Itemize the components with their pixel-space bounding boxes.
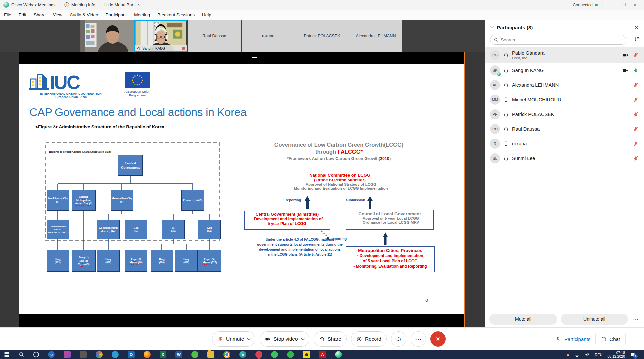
participant-tile-patrick[interactable]: Patrick POLACSEK [295,20,349,52]
whatsapp-icon[interactable] [287,351,294,358]
kakaotalk-icon[interactable] [303,351,310,358]
show-desktop-button[interactable] [642,351,642,358]
participants-toggle-button[interactable]: Participants [551,331,595,347]
panel-close-icon[interactable]: ✕ [634,24,639,31]
participant-name: Patrick POLACSEK [512,112,554,117]
meeting-info-button[interactable]: ⓘ Meeting Info [64,2,95,8]
outlook-icon[interactable]: O [128,351,135,358]
webex-logo-icon [3,2,9,8]
participant-row-alexandra[interactable]: AL Alexandra LEHMANN [485,78,644,92]
mic-muted-icon [633,126,639,132]
android-app-icon[interactable] [271,351,278,358]
mic-muted-icon [633,156,639,161]
participant-row-raul[interactable]: RD Raul Daussa [485,122,644,136]
tray-chevron-up-icon[interactable]: ∧ [566,352,569,357]
iuc-acronym: IUC [50,75,79,90]
chrome-icon[interactable] [223,351,230,358]
menu-view[interactable]: View [53,12,62,17]
mobile-phone-icon [503,141,509,146]
video-thumbnail-sang-in-kang-active[interactable]: Sang In KANG [134,20,187,52]
participant-row-sunmi[interactable]: SL Sunmi Lee [485,151,644,166]
maximize-button[interactable]: ❐ [618,0,629,10]
wechat-icon[interactable] [191,351,198,358]
panel-more-options-icon[interactable]: ⋯ [632,316,640,322]
speaker-icon[interactable] [585,352,590,357]
obs-icon[interactable] [96,351,103,358]
chevron-down-icon[interactable] [247,337,251,340]
mobile-phone-icon [503,97,509,102]
sort-participants-icon[interactable] [634,36,640,42]
org-node-dong-423: Dong(423) [47,250,69,272]
active-speaker-name: Sang In KANG [142,46,165,50]
search-input[interactable] [501,37,623,42]
system-tray: ∧ DEU 07:18 08.12.2020 1 [566,351,642,358]
tray-date: 08.12.2020 [607,355,625,358]
maps-pin-icon[interactable] [254,350,264,359]
leave-meeting-button[interactable]: ✕ [430,331,446,347]
participant-row-patrick[interactable]: PP Patrick POLACSEK [485,107,644,122]
keyboard-language[interactable]: DEU [595,353,602,357]
taskbar-search-icon[interactable] [19,352,24,357]
cortana-icon[interactable] [33,352,39,357]
menu-participant[interactable]: Participant [105,12,127,17]
menu-share[interactable]: Share [34,12,46,17]
telegram-icon[interactable] [112,351,119,358]
close-button[interactable]: ✕ [629,0,641,10]
mic-muted-icon [217,336,223,342]
ie-icon[interactable]: e [48,351,55,358]
menu-meeting[interactable]: Meeting [134,12,150,17]
menu-file[interactable]: File [4,12,11,17]
mic-muted-icon [633,82,639,88]
firefox-icon[interactable] [144,351,151,358]
action-center-icon[interactable]: 1 [630,352,635,357]
clock[interactable]: 07:18 08.12.2020 [607,351,625,358]
participant-row-roxana[interactable]: R roxana [485,136,644,151]
menu-breakout-sessions[interactable]: Breakout Sessions [157,12,195,17]
webex-taskbar-icon[interactable] [335,351,342,358]
participant-tile-roxana[interactable]: roxana [242,20,295,52]
chevron-down-icon[interactable] [490,25,494,28]
video-thumbnail-pablo[interactable] [80,20,134,52]
search-icon [494,37,498,42]
excel-icon[interactable]: X [160,351,166,358]
panel-options-button[interactable]: ⋯ [626,331,641,347]
more-options-button[interactable]: ⋯ [411,331,426,347]
edge-icon[interactable]: e [239,351,246,358]
participant-tile-raul[interactable]: Raul Daussa [188,20,241,52]
tile-name: Patrick POLACSEK [304,34,340,38]
participant-search-box[interactable] [490,35,626,45]
reactions-button[interactable]: ☺ [391,331,406,347]
photos-icon[interactable] [64,351,71,358]
org-node-gu-44: Gu (autonomous district) (44) [97,220,120,239]
participant-tile-alexandra[interactable]: Alexandra LEHMANN [349,20,402,52]
participants-label: Participants [564,336,590,342]
word-icon[interactable]: W [175,351,182,358]
mute-all-button[interactable]: Mute all [489,314,557,325]
gimp-icon[interactable] [80,351,87,358]
acrobat-icon[interactable]: A [319,351,326,358]
unmute-button[interactable]: Unmute [212,331,255,347]
hide-menu-bar-button[interactable]: Hide Menu Bar ∧ [104,2,140,7]
menu-help[interactable]: Help [202,12,211,17]
stop-video-button[interactable]: Stop video [260,331,309,347]
content-stage: IUC INTERNATIONAL URBAN COOPERATION Euro… [0,52,485,327]
metropolitan-cities-box: Metropolitan Cities, Provinces - Develop… [346,246,435,272]
record-button[interactable]: Record [351,331,387,347]
share-button[interactable]: Share [314,331,347,347]
lcgg-governance-diagram: Governance of Low Carbon Green Growth(LC… [244,142,435,274]
file-explorer-icon[interactable] [207,351,214,358]
chat-button[interactable]: Chat [596,331,625,347]
participant-row-sang-in-kang[interactable]: SK Sang In KANG [485,63,644,78]
menu-edit[interactable]: Edit [19,12,26,17]
chevron-down-icon[interactable] [301,337,304,340]
unmute-all-button[interactable]: Unmute all [561,314,628,325]
record-icon [356,336,362,342]
participant-row-michel[interactable]: MM Michel MOUCHIROUD [485,92,644,107]
menu-audio-video[interactable]: Audio & Video [70,12,98,17]
minimize-button[interactable]: — [607,0,618,10]
svg-text:★: ★ [134,74,136,77]
participants-footer: Mute all Unmute all ⋯ [489,313,640,325]
participant-row-pablo[interactable]: PG Pablo Gándara Host, me [485,47,644,63]
start-button-icon[interactable] [4,352,10,357]
network-icon[interactable] [574,352,580,357]
